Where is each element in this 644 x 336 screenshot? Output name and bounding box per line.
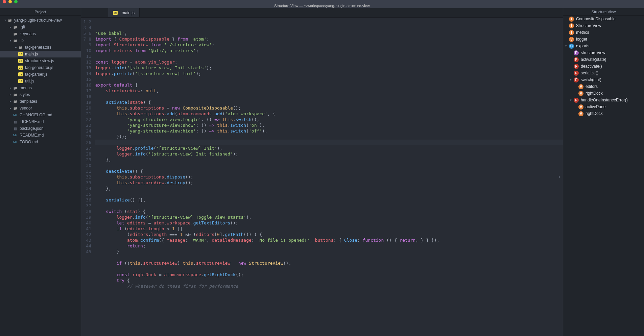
chevron-icon[interactable]: ▸ (9, 100, 12, 103)
sv-item-structureview[interactable]: PstructureView (563, 49, 644, 56)
chevron-icon[interactable]: ▸ (14, 46, 18, 49)
tree-item-tag-generators[interactable]: ▸tag-generators (0, 44, 81, 51)
folder-icon (7, 18, 12, 23)
sv-item-label: rightDock (586, 111, 603, 116)
project-tree[interactable]: ▾yang-plugin-structure-view▸.gitkeymaps▾… (0, 16, 81, 336)
tree-item-label: README.md (20, 133, 44, 138)
tree-item-tag-generator-js[interactable]: tag-generator.js (0, 64, 81, 71)
tree-item-tag-parser-js[interactable]: tag-parser.js (0, 71, 81, 78)
window-titlebar (0, 0, 644, 3)
sv-item-handleoneinstanceerror-[interactable]: ▾FhandleOneInstanceError() (563, 97, 644, 103)
badge-F-icon: F (574, 57, 579, 62)
tree-item-util-js[interactable]: util.js (0, 78, 81, 85)
tree-item-label: tag-generators (25, 45, 51, 50)
badge-V-icon: V (578, 84, 583, 89)
badge-F-icon: F (574, 98, 579, 103)
code-text: 'use babel'; import { CompositeDisposabl… (95, 30, 563, 289)
generic-icon (13, 126, 18, 131)
sv-item-exports[interactable]: ▾Cexports (563, 43, 644, 49)
minimize-icon[interactable] (8, 0, 12, 3)
sv-item-serialize-[interactable]: Fserialize() (563, 70, 644, 76)
tree-item-readme-md[interactable]: README.md (0, 132, 81, 139)
chevron-icon[interactable]: ▸ (9, 106, 12, 110)
sv-item-structureview[interactable]: IStructureView (563, 22, 644, 29)
sv-item-activate-state-[interactable]: Factivate(state) (563, 56, 644, 63)
editor-pane: main.js 1 2 3 4 5 6 7 8 9 10 11 12 13 14… (81, 8, 563, 336)
md-icon (13, 113, 18, 117)
sv-item-activepane[interactable]: VactivePane (563, 103, 644, 110)
sv-item-switch-stat-[interactable]: ▾Fswitch(stat) (563, 76, 644, 83)
close-icon[interactable] (3, 0, 6, 3)
badge-F-icon: F (574, 77, 579, 82)
js-icon (18, 72, 23, 76)
sv-item-rightdock[interactable]: VrightDock (563, 110, 644, 117)
chevron-icon[interactable]: ▾ (9, 39, 12, 42)
sv-item-label: switch(stat) (581, 77, 601, 82)
folder-icon (13, 106, 18, 111)
tree-item-todo-md[interactable]: TODO.md (0, 139, 81, 145)
sv-item-compositedisposable[interactable]: ICompositeDisposable (563, 16, 644, 22)
tree-item-label: CHANGELOG.md (20, 113, 52, 117)
sv-item-logger[interactable]: Vlogger (563, 36, 644, 43)
chevron-icon[interactable]: ▾ (570, 98, 573, 102)
sv-item-label: CompositeDisposable (576, 17, 616, 21)
tab-main-js[interactable]: main.js (108, 8, 140, 17)
tree-item-label: keymaps (20, 31, 36, 36)
badge-V-icon: V (578, 91, 583, 96)
tree-item-license-md[interactable]: LICENSE.md (0, 118, 81, 125)
tree-item-structure-view-js[interactable]: structure-view.js (0, 57, 81, 64)
sv-item-label: structureView (581, 50, 605, 55)
tree-item-menus[interactable]: ▸menus (0, 85, 81, 91)
tab-bar[interactable]: main.js (81, 8, 563, 18)
sv-item-metrics[interactable]: Imetrics (563, 29, 644, 36)
chevron-icon[interactable]: ▾ (565, 44, 569, 48)
badge-F-icon: F (574, 71, 579, 76)
tree-item--git[interactable]: ▸.git (0, 24, 81, 30)
generic-icon (13, 119, 18, 124)
tree-item-main-js[interactable]: main.js (0, 51, 81, 57)
code-area[interactable]: 'use babel'; import { CompositeDisposabl… (95, 18, 563, 336)
chevron-icon[interactable]: ▸ (9, 93, 12, 96)
sv-item-rightdock[interactable]: VrightDock (563, 90, 644, 97)
maximize-icon[interactable] (14, 0, 18, 3)
window-title: Structure View — ~/workspace/yang-plugin… (0, 3, 644, 8)
sv-item-label: metrics (576, 30, 589, 35)
chevron-icon[interactable]: ▾ (570, 78, 573, 81)
tree-item-label: styles (20, 92, 30, 97)
tree-item-changelog-md[interactable]: CHANGELOG.md (0, 112, 81, 118)
tree-item-label: .git (20, 25, 25, 29)
badge-C-icon: C (569, 44, 574, 49)
folder-icon (13, 38, 18, 43)
badge-I-icon: I (569, 30, 574, 35)
chevron-icon[interactable]: ▸ (9, 25, 12, 29)
tree-item-label: templates (20, 99, 37, 104)
tree-item-yang-plugin-structure-view[interactable]: ▾yang-plugin-structure-view (0, 17, 81, 24)
tree-item-label: tag-generator.js (25, 65, 53, 70)
chevron-icon[interactable]: ▸ (9, 86, 12, 90)
sv-item-editors[interactable]: Veditors (563, 83, 644, 90)
md-icon (13, 133, 18, 137)
sv-item-deactivate-[interactable]: Fdeactivate() (563, 63, 644, 70)
code-editor[interactable]: 1 2 3 4 5 6 7 8 9 10 11 12 13 14 15 16 1… (81, 18, 563, 336)
badge-I-icon: I (569, 17, 574, 22)
badge-I-icon: I (569, 23, 574, 28)
tree-item-label: vendor (20, 106, 32, 111)
sv-item-label: rightDock (586, 91, 603, 96)
tree-item-package-json[interactable]: package.json (0, 125, 81, 132)
chevron-icon[interactable]: ▾ (3, 19, 7, 22)
sv-item-label: activate(state) (581, 57, 606, 62)
tree-item-label: main.js (25, 52, 38, 56)
tree-item-templates[interactable]: ▸templates (0, 98, 81, 105)
folder-icon (13, 25, 18, 29)
tab-label: main.js (122, 10, 135, 15)
structure-tree[interactable]: ICompositeDisposableIStructureViewImetri… (563, 16, 644, 117)
tree-item-keymaps[interactable]: keymaps (0, 30, 81, 37)
tree-item-label: LICENSE.md (20, 119, 44, 124)
badge-V-icon: V (569, 37, 574, 42)
badge-F-icon: F (574, 64, 579, 69)
js-icon (113, 11, 118, 15)
tree-item-lib[interactable]: ▾lib (0, 37, 81, 44)
tree-item-vendor[interactable]: ▸vendor (0, 105, 81, 112)
tree-item-styles[interactable]: ▸styles (0, 91, 81, 98)
sv-item-label: serialize() (581, 71, 598, 75)
